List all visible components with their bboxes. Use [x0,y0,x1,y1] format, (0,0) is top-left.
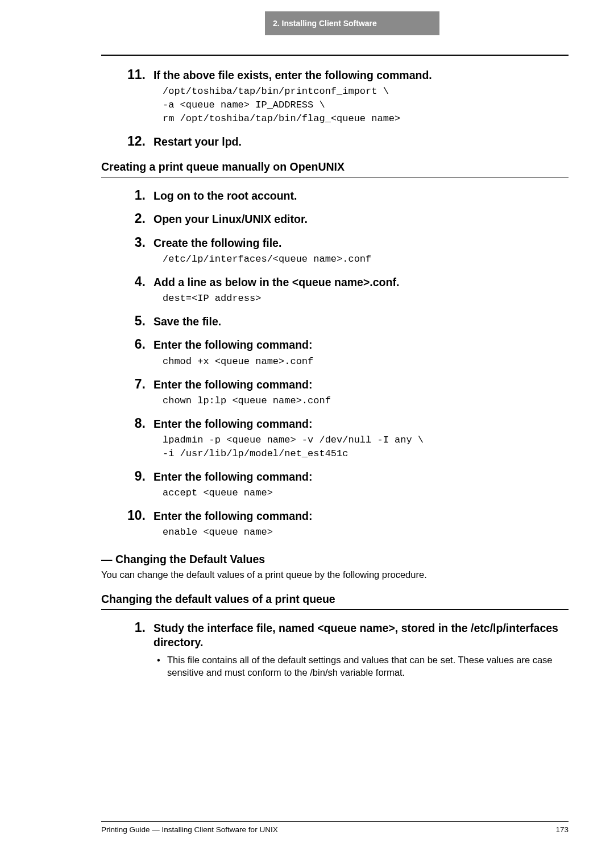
step-body: Enter the following command: chmod +x <q… [154,337,569,368]
step-body: Save the file. [154,313,569,329]
step-number: 11. [101,67,154,126]
step-title: If the above file exists, enter the foll… [154,68,569,82]
step-item: 11. If the above file exists, enter the … [101,67,569,126]
page-footer: Printing Guide — Installing Client Softw… [101,821,569,834]
code-block: /opt/toshiba/tap/bin/printconf_import \ … [163,85,569,125]
step-title: Create the following file. [154,236,569,250]
step-title: Enter the following command: [154,378,569,392]
step-number: 4. [101,274,154,305]
step-title: Save the file. [154,315,569,329]
step-title: Add a line as below in the <queue name>.… [154,275,569,290]
step-title: Enter the following command: [154,509,569,523]
step-item: 10. Enter the following command: enable … [101,508,569,539]
step-number: 7. [101,377,154,408]
code-block: chown lp:lp <queue name>.conf [163,394,569,408]
step-body: Enter the following command: lpadmin -p … [154,416,569,461]
code-block: lpadmin -p <queue name> -v /dev/null -I … [163,433,569,461]
top-rule [101,55,569,56]
step-body: Add a line as below in the <queue name>.… [154,274,569,305]
step-item: 1. Study the interface file, named <queu… [101,620,569,679]
step-number: 8. [101,416,154,461]
chapter-label: 2. Installing Client Software [273,19,377,28]
step-item: 4. Add a line as below in the <queue nam… [101,274,569,305]
code-block: /etc/lp/interfaces/<queue name>.conf [163,253,569,266]
step-title: Open your Linux/UNIX editor. [154,212,569,226]
code-block: dest=<IP address> [163,292,569,305]
step-item: 5. Save the file. [101,313,569,329]
step-item: 1. Log on to the root account. [101,188,569,203]
step-number: 1. [101,188,154,203]
step-item: 6. Enter the following command: chmod +x… [101,337,569,368]
step-item: 2. Open your Linux/UNIX editor. [101,211,569,226]
step-body: Create the following file. /etc/lp/inter… [154,235,569,266]
step-body: Restart your lpd. [154,134,569,149]
step-item: 7. Enter the following command: chown lp… [101,377,569,408]
code-block: chmod +x <queue name>.conf [163,355,569,369]
page-content: 11. If the above file exists, enter the … [101,55,569,687]
step-title: Enter the following command: [154,470,569,484]
subsection-heading: — Changing the Default Values [101,553,569,566]
section-heading: Creating a print queue manually on OpenU… [101,160,569,177]
step-number: 2. [101,211,154,226]
step-body: Enter the following command: chown lp:lp… [154,377,569,408]
code-block: enable <queue name> [163,526,569,539]
step-item: 8. Enter the following command: lpadmin … [101,416,569,461]
step-item: 12. Restart your lpd. [101,134,569,149]
step-title: Enter the following command: [154,417,569,431]
step-body: Study the interface file, named <queue n… [154,620,569,679]
section-heading: Changing the default values of a print q… [101,593,569,610]
step-body: If the above file exists, enter the foll… [154,67,569,126]
step-title: Log on to the root account. [154,189,569,203]
step-number: 10. [101,508,154,539]
step-number: 6. [101,337,154,368]
step-body: Enter the following command: accept <que… [154,469,569,500]
step-number: 3. [101,235,154,266]
step-number: 5. [101,313,154,329]
step-item: 9. Enter the following command: accept <… [101,469,569,500]
step-title: Restart your lpd. [154,135,569,149]
code-block: accept <queue name> [163,486,569,500]
step-title: Study the interface file, named <queue n… [154,621,569,650]
step-body: Open your Linux/UNIX editor. [154,211,569,226]
footer-left: Printing Guide — Installing Client Softw… [101,825,278,834]
step-number: 9. [101,469,154,500]
step-body: Enter the following command: enable <que… [154,508,569,539]
step-number: 12. [101,134,154,149]
step-title: Enter the following command: [154,338,569,352]
step-body: Log on to the root account. [154,188,569,203]
chapter-tab: 2. Installing Client Software [265,11,439,35]
footer-page-number: 173 [555,825,569,834]
step-item: 3. Create the following file. /etc/lp/in… [101,235,569,266]
bullet-item: This file contains all of the default se… [167,654,569,679]
step-number: 1. [101,620,154,679]
body-text: You can change the default values of a p… [101,568,569,581]
